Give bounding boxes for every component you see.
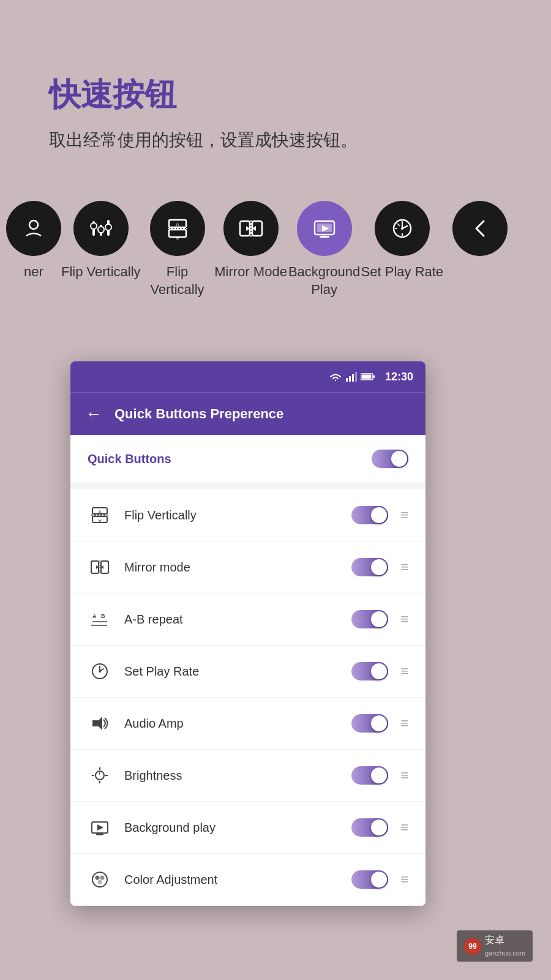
icon-label-set-play-rate: Set Play Rate: [361, 263, 444, 281]
toggle-knob: [371, 663, 387, 679]
watermark: 99 安卓ganzhuo.com: [457, 930, 533, 962]
page-title: 快速按钮: [49, 74, 502, 116]
quick-button-icon-row: ner Flip Vertically A A: [0, 176, 551, 323]
svg-point-58: [96, 876, 100, 880]
settings-panel: Quick Buttons A A Flip Vertically: [70, 435, 425, 906]
settings-item-flip-vertically: A A Flip Vertically ≡: [70, 489, 425, 541]
toggle-knob: [371, 611, 387, 627]
toggle-knob: [391, 451, 407, 467]
watermark-logo: 99 安卓ganzhuo.com: [464, 934, 525, 958]
flip-vertically-icon: A A: [150, 201, 205, 256]
icon-item-partial[interactable]: ner: [6, 201, 61, 281]
partial-icon: [6, 201, 61, 256]
settings-item-audio-amp: Audio Amp ≡: [70, 698, 425, 750]
flip-vertically-toggle[interactable]: [351, 506, 388, 524]
svg-rect-30: [352, 374, 354, 382]
brightness-name: Brightness: [124, 769, 339, 783]
battery-icon: [361, 372, 375, 381]
svg-rect-29: [349, 376, 351, 382]
status-bar: 12:30: [70, 361, 425, 392]
flip-vertically-name: Flip Vertically: [124, 508, 339, 522]
svg-marker-47: [92, 717, 102, 730]
settings-list: A A Flip Vertically ≡: [70, 489, 425, 906]
icon-item-equalizer[interactable]: Flip Vertically: [61, 201, 141, 281]
watermark-logo-circle: 99: [464, 938, 481, 955]
back-icon: [452, 201, 508, 256]
color-adjustment-name: Color Adjustment: [124, 873, 339, 887]
mirror-mode-toggle[interactable]: [351, 558, 388, 576]
status-icons: [329, 372, 375, 382]
set-play-rate-name: Set Play Rate: [124, 665, 339, 679]
settings-item-background-play: Background play ≡: [70, 802, 425, 854]
icon-label-flip-vertically: FlipVertically: [151, 263, 204, 298]
svg-point-9: [106, 225, 111, 230]
wifi-icon: [329, 372, 342, 382]
svg-point-59: [100, 876, 105, 880]
svg-point-27: [401, 227, 403, 230]
equalizer-icon: [73, 201, 129, 256]
svg-rect-33: [373, 375, 375, 378]
icon-label-mirror-mode: Mirror Mode: [214, 263, 287, 281]
flip-vertically-drag-handle[interactable]: ≡: [400, 507, 408, 523]
brightness-setting-icon: [88, 763, 112, 788]
toggle-knob: [371, 767, 387, 783]
audio-amp-drag-handle[interactable]: ≡: [400, 715, 408, 731]
brightness-drag-handle[interactable]: ≡: [400, 767, 408, 783]
phone-mockup: 12:30 ← Quick Buttons Preperence Quick B…: [70, 361, 425, 906]
signal-icon: [346, 372, 357, 382]
icon-label-background-play: BackgroundPlay: [288, 263, 360, 298]
brightness-toggle[interactable]: [351, 766, 388, 785]
color-adjustment-drag-handle[interactable]: ≡: [400, 872, 408, 888]
header-section: 快速按钮 取出经常使用的按钮，设置成快速按钮。: [0, 0, 551, 176]
ab-repeat-drag-handle[interactable]: ≡: [400, 611, 408, 627]
quick-buttons-label: Quick Buttons: [88, 452, 171, 466]
background-play-setting-icon: [88, 815, 112, 840]
svg-point-8: [99, 227, 103, 232]
svg-rect-31: [355, 372, 357, 382]
svg-text:A: A: [176, 222, 179, 228]
ab-repeat-toggle[interactable]: [351, 610, 388, 628]
toggle-knob: [371, 507, 387, 523]
status-time: 12:30: [385, 371, 413, 383]
app-bar-title: Quick Buttons Preperence: [114, 406, 283, 422]
quick-buttons-toggle[interactable]: [372, 450, 408, 468]
toggle-knob: [371, 872, 387, 888]
svg-marker-54: [97, 824, 103, 831]
icon-item-mirror-mode[interactable]: Mirror Mode: [214, 201, 288, 281]
mirror-mode-setting-icon: [88, 555, 112, 579]
settings-item-brightness: Brightness ≡: [70, 750, 425, 802]
settings-item-color-adjustment: Color Adjustment ≡: [70, 854, 425, 906]
icon-item-set-play-rate[interactable]: Set Play Rate: [361, 201, 444, 281]
icon-item-back[interactable]: [443, 201, 517, 263]
mirror-mode-drag-handle[interactable]: ≡: [400, 559, 408, 575]
color-adjustment-toggle[interactable]: [351, 870, 388, 889]
mirror-mode-icon: [223, 201, 279, 256]
svg-rect-28: [346, 378, 348, 382]
svg-text:B: B: [101, 613, 105, 619]
color-adjustment-setting-icon: [88, 867, 112, 892]
background-play-drag-handle[interactable]: ≡: [400, 820, 408, 835]
svg-text:A: A: [99, 510, 102, 514]
icon-label-partial: ner: [24, 263, 43, 281]
svg-text:A: A: [92, 613, 97, 619]
set-play-rate-toggle[interactable]: [351, 662, 388, 680]
icon-item-background-play[interactable]: BackgroundPlay: [288, 201, 361, 298]
set-play-rate-drag-handle[interactable]: ≡: [400, 663, 408, 679]
svg-point-60: [98, 880, 102, 884]
svg-text:A: A: [176, 235, 179, 241]
settings-item-mirror-mode: Mirror mode ≡: [70, 541, 425, 594]
background-play-toggle[interactable]: [351, 818, 388, 837]
flip-vertically-setting-icon: A A: [88, 503, 112, 527]
background-play-name: Background play: [124, 821, 339, 835]
settings-item-ab-repeat: A B A-B repeat ≡: [70, 594, 425, 646]
audio-amp-setting-icon: [88, 711, 112, 736]
toggle-knob: [371, 715, 387, 731]
icon-item-flip-vertically[interactable]: A A FlipVertically: [141, 201, 214, 298]
svg-point-46: [99, 670, 101, 673]
app-bar: ← Quick Buttons Preperence: [70, 392, 425, 435]
set-play-rate-icon: [375, 201, 430, 256]
audio-amp-toggle[interactable]: [351, 714, 388, 733]
back-button[interactable]: ←: [85, 404, 102, 424]
watermark-text: 安卓ganzhuo.com: [485, 934, 525, 958]
audio-amp-name: Audio Amp: [124, 717, 339, 731]
